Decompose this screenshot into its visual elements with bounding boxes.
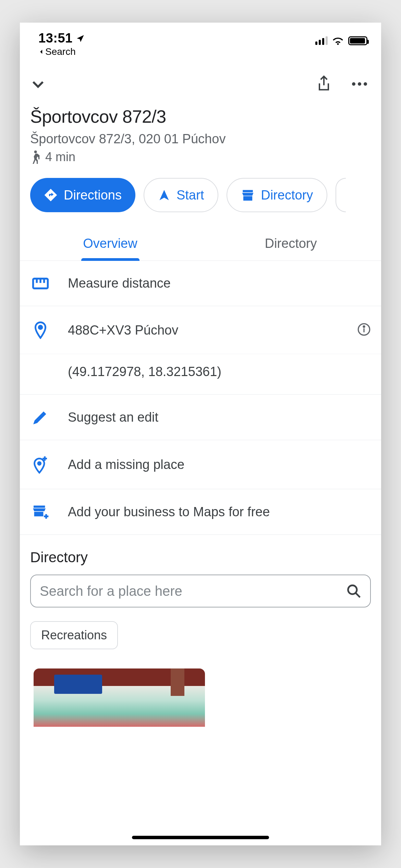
add-store-icon	[32, 504, 49, 519]
tab-directory[interactable]: Directory	[200, 226, 381, 261]
search-icon	[346, 583, 361, 599]
directory-search-input[interactable]	[40, 583, 341, 599]
row-plus-code[interactable]: 488C+XV3 Púchov	[20, 306, 381, 354]
svg-point-10	[348, 586, 357, 594]
directory-chip-row: Recreations	[20, 607, 381, 649]
svg-point-5	[39, 326, 42, 329]
battery-icon	[348, 36, 367, 45]
directions-icon	[44, 188, 58, 202]
location-arrow-icon	[76, 34, 85, 43]
add-place-label: Add a missing place	[68, 457, 371, 472]
directory-pill-button[interactable]: Directory	[227, 178, 327, 212]
status-left: 13:51 Search	[38, 31, 85, 57]
row-coordinates[interactable]: (49.1172978, 18.3215361)	[20, 354, 381, 395]
directory-search-box[interactable]	[30, 575, 371, 607]
status-right	[315, 36, 367, 45]
info-button[interactable]	[357, 323, 371, 338]
wifi-icon	[332, 37, 343, 45]
svg-point-0	[352, 82, 355, 86]
row-suggest-edit[interactable]: Suggest an edit	[20, 395, 381, 440]
ruler-icon	[32, 277, 49, 290]
directory-section-title: Directory	[20, 535, 381, 575]
more-horizontal-icon	[352, 82, 367, 86]
walking-icon	[30, 150, 40, 164]
store-icon	[241, 189, 255, 201]
tab-overview-label: Overview	[83, 236, 137, 251]
tab-bar: Overview Directory	[20, 226, 381, 261]
sheet-topbar	[20, 60, 381, 95]
navigate-icon	[158, 189, 170, 201]
app-screen: 13:51 Search	[20, 23, 381, 845]
svg-point-3	[34, 150, 37, 153]
back-label: Search	[45, 46, 76, 57]
collapse-button[interactable]	[27, 73, 49, 95]
action-pill-row: Directions Start Directory	[20, 164, 381, 226]
suggest-label: Suggest an edit	[68, 410, 371, 425]
pencil-icon	[33, 410, 48, 425]
measure-label: Measure distance	[68, 276, 371, 291]
row-measure-distance[interactable]: Measure distance	[20, 261, 381, 306]
plus-code-text: 488C+XV3 Púchov	[68, 323, 340, 338]
home-indicator[interactable]	[132, 836, 269, 839]
coordinates-text: (49.1172978, 18.3215361)	[68, 364, 371, 379]
directory-search-wrap	[20, 575, 381, 607]
svg-point-2	[364, 82, 367, 86]
svg-point-8	[363, 326, 365, 327]
tab-directory-label: Directory	[265, 236, 317, 251]
directions-button[interactable]: Directions	[30, 178, 135, 212]
svg-point-1	[358, 82, 361, 86]
overflow-pill[interactable]	[336, 178, 346, 212]
row-add-business[interactable]: Add your business to Maps for free	[20, 489, 381, 535]
place-header: Športovcov 872/3 Športovcov 872/3, 020 0…	[20, 95, 381, 164]
status-time: 13:51	[38, 31, 85, 46]
place-address: Športovcov 872/3, 020 01 Púchov	[30, 132, 371, 146]
cellular-icon	[315, 37, 328, 45]
directory-result-photo[interactable]	[34, 668, 205, 727]
add-pin-icon	[33, 455, 48, 474]
directions-label: Directions	[64, 188, 122, 203]
start-label: Start	[177, 188, 204, 203]
chevron-down-icon	[30, 76, 46, 92]
back-to-app[interactable]: Search	[38, 46, 85, 57]
row-add-missing-place[interactable]: Add a missing place	[20, 440, 381, 489]
clock-text: 13:51	[38, 31, 73, 46]
svg-point-9	[38, 462, 41, 465]
chip-recreations[interactable]: Recreations	[30, 621, 118, 649]
back-caret-icon	[38, 49, 45, 55]
chip-recreations-label: Recreations	[41, 628, 107, 642]
share-button[interactable]	[313, 73, 335, 95]
info-icon	[357, 323, 371, 336]
pin-icon	[34, 321, 47, 339]
status-bar: 13:51 Search	[20, 23, 381, 60]
place-title: Športovcov 872/3	[30, 106, 371, 127]
tab-overview[interactable]: Overview	[20, 226, 200, 261]
share-icon	[316, 75, 332, 93]
travel-time: 4 min	[45, 150, 75, 164]
directory-pill-label: Directory	[261, 188, 313, 203]
svg-line-11	[356, 593, 360, 598]
more-button[interactable]	[348, 73, 371, 95]
start-button[interactable]: Start	[144, 178, 218, 212]
travel-summary: 4 min	[30, 150, 371, 164]
add-business-label: Add your business to Maps for free	[68, 505, 371, 519]
